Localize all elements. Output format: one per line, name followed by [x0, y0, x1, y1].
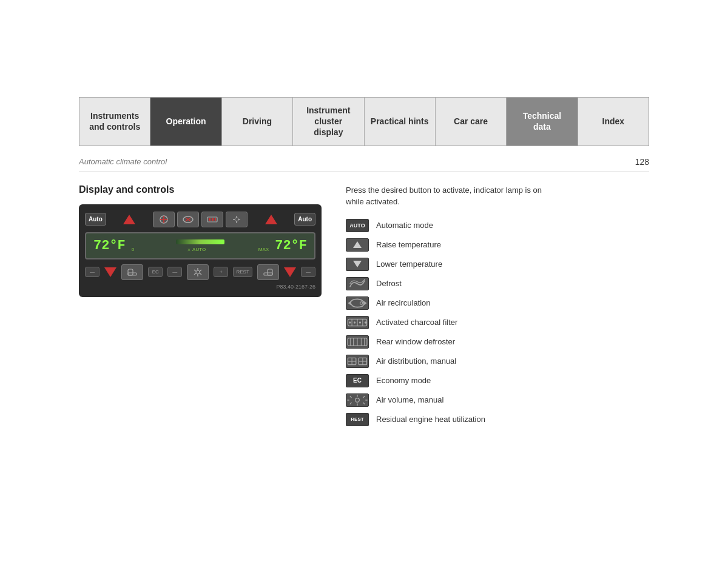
svg-point-35	[359, 321, 361, 323]
svg-point-36	[365, 321, 366, 323]
residual-heat-label: Residual engine heat utilization	[376, 415, 485, 424]
nav-item-driving[interactable]: Driving	[222, 98, 293, 146]
description-intro: Press the desired button to activate, in…	[346, 184, 649, 208]
svg-line-57	[363, 396, 365, 398]
svg-point-10	[235, 218, 238, 221]
air-recirculation-label: Air recirculation	[376, 298, 431, 307]
fan-btn[interactable]	[226, 212, 248, 227]
svg-rect-7	[209, 218, 211, 221]
list-item: REST Residual engine heat utilization	[346, 413, 649, 426]
svg-rect-24	[268, 269, 272, 275]
right-column: Press the desired button to activate, in…	[346, 184, 649, 426]
minus-btn-center[interactable]: —	[167, 267, 182, 277]
automatic-mode-icon: AUTO	[346, 219, 369, 232]
air-volume-icon	[346, 393, 369, 407]
seat-heat-left-btn[interactable]	[121, 264, 143, 280]
nav-item-instruments[interactable]: Instruments and controls	[79, 98, 150, 146]
page-subtitle: Automatic climate control	[79, 157, 167, 166]
svg-point-49	[356, 398, 360, 402]
lower-temp-label: Lower temperature	[376, 259, 442, 269]
fan-speed-btn[interactable]	[187, 264, 209, 280]
list-item: EC Economy mode	[346, 374, 649, 387]
list-item: Air distribution, manual	[346, 355, 649, 368]
seat-heat-right-btn[interactable]	[257, 264, 279, 280]
list-item: AUTO Automatic mode	[346, 219, 649, 232]
nav-item-operation[interactable]: Operation	[150, 98, 221, 146]
rest-icon: REST	[346, 413, 369, 426]
svg-point-33	[349, 321, 351, 323]
heat-level-btn[interactable]	[201, 212, 223, 227]
raise-temp-label: Raise temperature	[376, 240, 441, 249]
arrow-up-icon	[353, 241, 362, 248]
lcd-label-right: MAX	[258, 247, 269, 252]
climate-panel: Auto	[79, 204, 322, 297]
airflow-btn[interactable]	[177, 212, 199, 227]
rest-btn[interactable]: REST	[233, 267, 252, 277]
steering-heat-btn[interactable]	[153, 212, 175, 227]
left-column: Display and controls Auto	[79, 184, 322, 426]
nav-item-car-care[interactable]: Car care	[436, 98, 507, 146]
svg-rect-15	[128, 269, 133, 275]
svg-line-20	[200, 273, 201, 275]
minus-btn-left[interactable]: —	[85, 267, 99, 277]
panel-bottom-row: — EC —	[85, 264, 315, 280]
temp-up-left[interactable]	[123, 215, 135, 224]
content-columns: Display and controls Auto	[79, 184, 649, 426]
lcd-center: 0 ☼ AUTO MAX	[126, 239, 275, 252]
lcd-temp-left: 72°F	[93, 238, 126, 253]
section-title: Display and controls	[79, 184, 322, 195]
icon-list: AUTO Automatic mode Raise temperature Lo…	[346, 219, 649, 426]
nav-item-technical-data[interactable]: Technical data	[507, 98, 578, 146]
nav-item-index[interactable]: Index	[578, 98, 649, 146]
panel-caption: P83.40-2167-26	[85, 284, 315, 290]
page-number: 128	[635, 157, 649, 167]
auto-btn-left[interactable]: Auto	[85, 213, 106, 226]
rear-defroster-icon	[346, 335, 369, 349]
svg-marker-27	[348, 301, 350, 305]
lower-temp-icon	[346, 258, 369, 271]
economy-mode-label: Economy mode	[376, 376, 431, 385]
defrost-icon	[346, 277, 369, 290]
air-recirculation-icon	[346, 296, 369, 310]
lcd-display: 72°F 0 ☼ AUTO MAX 72°F	[85, 232, 315, 259]
list-item: Air volume, manual	[346, 393, 649, 407]
lcd-label-center: ☼ AUTO	[187, 247, 206, 252]
activated-charcoal-icon	[346, 316, 369, 329]
svg-line-52	[350, 396, 352, 398]
economy-mode-icon: EC	[346, 374, 369, 387]
air-volume-label: Air volume, manual	[376, 395, 443, 404]
svg-point-34	[354, 321, 356, 323]
svg-line-53	[363, 402, 365, 404]
raise-temp-icon	[346, 238, 369, 252]
lcd-labels: 0 ☼ AUTO MAX	[132, 247, 269, 252]
svg-rect-8	[212, 218, 214, 221]
rear-defroster-label: Rear window defroster	[376, 337, 455, 346]
arrow-down-icon	[353, 261, 362, 267]
activated-charcoal-label: Activated charcoal filter	[376, 318, 457, 327]
list-item: Air recirculation	[346, 296, 649, 310]
lcd-temp-right: 72°F	[275, 238, 307, 253]
svg-line-22	[194, 273, 196, 275]
minus-btn-right[interactable]: —	[301, 267, 315, 277]
temp-down-left[interactable]	[104, 267, 116, 277]
lcd-label-left: 0	[132, 247, 134, 252]
plus-btn[interactable]: +	[214, 267, 228, 277]
defrost-label: Defrost	[376, 279, 402, 288]
air-distribution-icon	[346, 355, 369, 368]
nav-item-instrument-cluster[interactable]: Instrument cluster display	[293, 98, 364, 146]
svg-line-23	[194, 270, 196, 272]
list-item: Rear window defroster	[346, 335, 649, 349]
ec-btn[interactable]: EC	[148, 267, 163, 277]
automatic-mode-label: Automatic mode	[376, 221, 433, 230]
lcd-bar	[176, 239, 224, 244]
nav-item-practical-hints[interactable]: Practical hints	[365, 98, 436, 146]
temp-down-right[interactable]	[284, 267, 296, 277]
page-header: Automatic climate control 128	[79, 152, 649, 172]
list-item: Lower temperature	[346, 258, 649, 271]
page-content: Automatic climate control 128 Display an…	[79, 146, 649, 426]
svg-line-19	[200, 270, 201, 272]
air-distribution-label: Air distribution, manual	[376, 356, 456, 366]
list-item: Raise temperature	[346, 238, 649, 252]
temp-up-right[interactable]	[265, 215, 277, 224]
auto-btn-right[interactable]: Auto	[294, 213, 315, 226]
